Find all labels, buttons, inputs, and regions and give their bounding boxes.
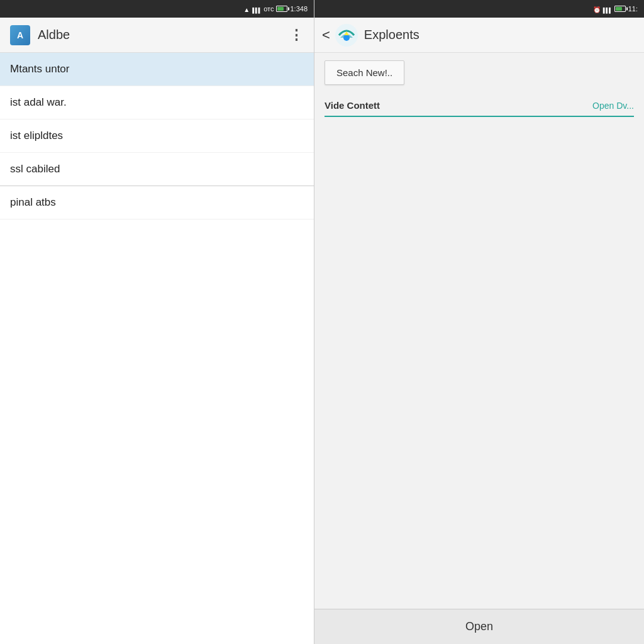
list-item[interactable]: Mtants untor [0,53,314,86]
time-right: 11: [628,5,638,13]
list-item[interactable]: ist elipldtes [0,119,314,153]
wifi-icon [243,3,250,14]
section-header: Vide Contett Open Dv... [325,95,634,117]
status-bar-right: 11: [314,0,644,18]
left-panel: отс 1:348 A Aldbe ⋮ Mtants untor ist ada… [0,0,314,644]
svg-point-1 [343,35,350,41]
list-item-text: ssl cabiled [10,163,60,175]
alarm-icon [593,3,601,14]
app-title-left: Aldbe [38,28,289,42]
open-dv-button[interactable]: Open Dv... [592,101,634,111]
app-bar-right: < Exploents [314,18,644,53]
search-new-button[interactable]: Seach New!.. [325,60,404,85]
app-icon-left: A [10,25,30,45]
battery-fill-right [616,7,622,11]
content-area: Seach New!.. Vide Contett Open Dv... [314,53,644,609]
battery-icon-right [614,6,626,12]
time-left: 1:348 [290,5,308,13]
signal-icon-left [252,3,261,14]
list-item-text: ist elipldtes [10,130,63,142]
app-bar-left: A Aldbe ⋮ [0,18,314,53]
battery-fill-left [277,7,284,11]
list-item-text: Mtants untor [10,63,70,75]
app-icon-right [335,24,358,47]
list-item[interactable]: pinal atbs [0,186,314,219]
list-item-text: ist adal war. [10,96,67,108]
list-container: Mtants untor ist adal war. ist elipldtes… [0,53,314,644]
carrier-text: отс [264,5,274,13]
app-title-right: Exploents [364,28,636,42]
list-item-text: pinal atbs [10,196,56,208]
status-icons-right: 11: [593,3,638,14]
back-button[interactable]: < [322,27,330,43]
signal-icon-right [603,3,612,14]
list-item[interactable]: ssl cabiled [0,153,314,186]
right-panel: 11: < Exploents Seach New!.. Vide Contet… [314,0,644,644]
open-button[interactable]: Open [465,620,493,633]
battery-icon-left [276,6,287,12]
section-title: Vide Contett [325,100,380,111]
status-icons-left: отс 1:348 [243,3,308,14]
list-item[interactable]: ist adal war. [0,86,314,119]
bottom-bar: Open [314,609,644,644]
menu-dots-button[interactable]: ⋮ [289,27,304,43]
status-bar-left: отс 1:348 [0,0,314,18]
